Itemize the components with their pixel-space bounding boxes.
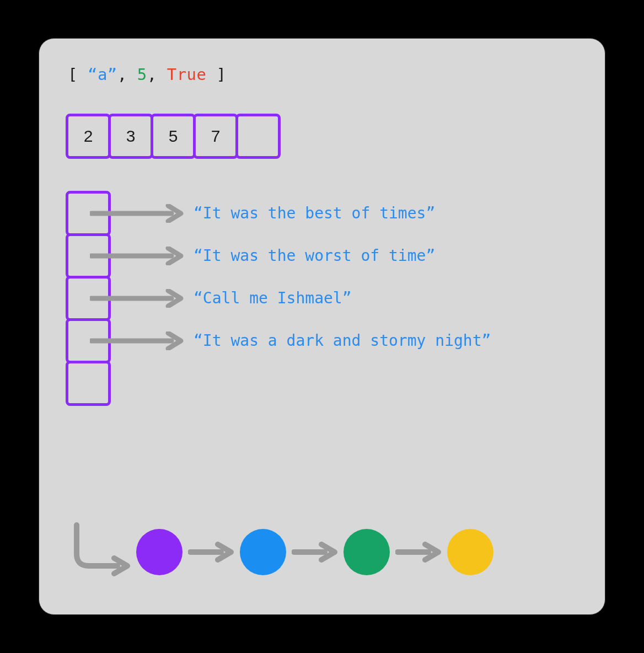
horizontal-array: 2 3 5 7 <box>66 114 581 159</box>
linked-list-node <box>136 529 183 575</box>
arrow-right-icon <box>90 247 184 265</box>
array-cell <box>66 361 111 406</box>
list-literal: [ “a”, 5, True ] <box>68 65 581 84</box>
arrow-right-icon <box>90 331 184 350</box>
pointer-target-string: “It was a dark and stormy night” <box>194 331 491 350</box>
literal-number-token: 5 <box>137 65 147 84</box>
linked-list-node <box>240 529 286 575</box>
linked-list-node <box>344 529 390 575</box>
pointer-target-string: “It was the best of times” <box>194 204 435 222</box>
pointer-row: “Call me Ishmael” <box>111 277 491 319</box>
pointer-target-string: “Call me Ishmael” <box>194 289 352 307</box>
arrow-right-icon <box>292 542 338 563</box>
array-cell <box>235 114 281 159</box>
pointer-array-section: “It was the best of times” “It was the w… <box>66 191 581 406</box>
arrow-right-icon <box>90 204 184 223</box>
comma-1: , <box>117 65 127 84</box>
open-bracket: [ <box>68 65 78 84</box>
pointer-target-string: “It was the worst of time” <box>194 247 435 265</box>
arrow-right-icon <box>395 542 442 563</box>
linked-list-node <box>447 529 493 575</box>
comma-2: , <box>147 65 157 84</box>
diagram-panel: [ “a”, 5, True ] 2 3 5 7 “It was the b <box>39 38 605 615</box>
linked-list <box>67 522 497 582</box>
array-cell: 3 <box>108 114 153 159</box>
arrow-right-icon <box>188 542 234 563</box>
literal-bool-token: True <box>167 65 207 84</box>
array-cell: 7 <box>193 114 238 159</box>
array-cell: 5 <box>151 114 196 159</box>
literal-string-token: “a” <box>88 65 117 84</box>
pointer-row: “It was a dark and stormy night” <box>111 319 491 362</box>
close-bracket: ] <box>216 65 226 84</box>
arrow-right-icon <box>90 289 184 308</box>
curved-arrow-icon <box>67 522 133 582</box>
pointer-rows: “It was the best of times” “It was the w… <box>111 191 491 362</box>
array-cell: 2 <box>66 114 111 159</box>
pointer-row: “It was the worst of time” <box>111 234 491 277</box>
pointer-row: “It was the best of times” <box>111 192 491 234</box>
